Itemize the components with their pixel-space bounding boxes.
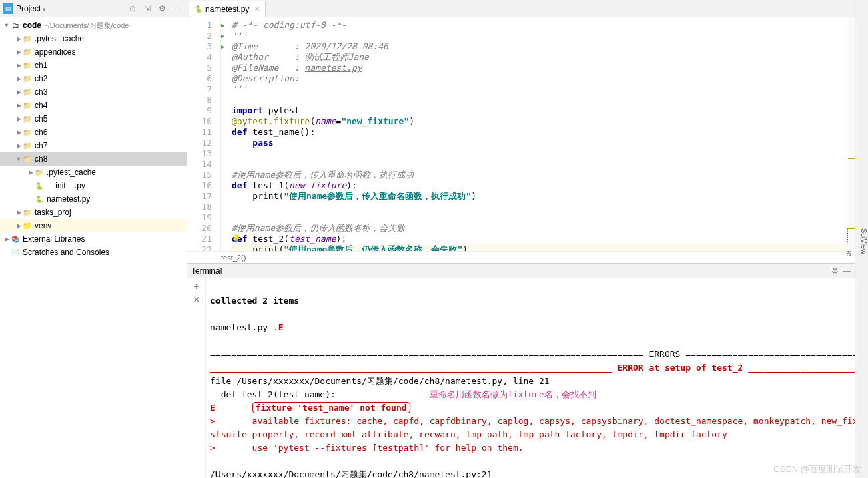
chevron-right-icon[interactable]: ▶ — [15, 62, 23, 69]
terminal-title[interactable]: Terminal — [191, 266, 222, 276]
tree-item[interactable]: ▶nametest.py — [0, 192, 187, 206]
code-line[interactable]: ''' — [232, 31, 855, 41]
gear-icon[interactable]: ⚙ — [831, 266, 839, 276]
run-gutter-icon[interactable]: ▶ — [221, 20, 228, 31]
project-tree[interactable]: ▼ code ~/Documents/习题集/code ▶.pytest_cac… — [0, 17, 187, 478]
code-line[interactable] — [232, 95, 855, 105]
terminal-output[interactable]: collected 2 items nametest.py .E [100%] … — [206, 278, 855, 478]
code-line[interactable] — [232, 212, 855, 223]
folder-icon — [23, 61, 32, 70]
expand-icon[interactable]: ⇲ — [141, 3, 153, 15]
collected-line: collected 2 items — [210, 296, 299, 306]
locate-icon[interactable]: ⊙ — [127, 3, 139, 15]
tree-label: ch3 — [35, 87, 47, 97]
tree-item[interactable]: ▶ch6 — [0, 126, 187, 139]
tree-item[interactable]: ▶.pytest_cache — [0, 166, 187, 179]
code-line[interactable]: import pytest — [232, 105, 855, 116]
chevron-right-icon[interactable]: ▶ — [15, 102, 23, 109]
tree-item[interactable]: ▶venv — [0, 219, 187, 232]
tree-item[interactable]: ▶ch2 — [0, 72, 187, 85]
chevron-right-icon[interactable]: ▶ — [15, 222, 23, 229]
code-line[interactable]: @Time : 2020/12/28 08:46 — [232, 41, 855, 52]
code-line[interactable]: print("使用name参数后，传入重命名函数，执行成功") — [232, 191, 855, 202]
chevron-right-icon[interactable]: ▶ — [15, 142, 23, 149]
tab-sciview[interactable]: SciView — [860, 226, 868, 257]
tree-item[interactable]: ▶.pytest_cache — [0, 32, 187, 45]
editor-tabs: 🐍 nametest.py ✕ — [187, 0, 855, 17]
run-gutter-icon[interactable]: ▶ — [221, 31, 228, 41]
tree-item[interactable]: ▶tasks_proj — [0, 206, 187, 219]
tree-label: ch2 — [35, 74, 47, 83]
folder-icon — [23, 221, 32, 230]
code-line[interactable]: def test_1(new_fixture): — [232, 180, 855, 191]
tree-item[interactable]: ▶ch5 — [0, 112, 187, 126]
chevron-right-icon[interactable]: ▶ — [3, 236, 11, 242]
chevron-right-icon[interactable]: ▶ — [15, 115, 23, 122]
tree-item[interactable]: ▶appendices — [0, 45, 187, 59]
tree-item[interactable]: ▶ch1 — [0, 59, 187, 72]
terminal-panel: Terminal ⚙ — + ✕ collected 2 items namet… — [187, 263, 855, 478]
root-name: code — [23, 21, 41, 30]
line-gutter: 12345678910111213141516171819202122 — [187, 17, 221, 251]
tree-label: .pytest_cache — [47, 168, 96, 177]
project-title[interactable]: Project — [16, 4, 46, 13]
tree-label: ch5 — [35, 114, 47, 124]
code-line[interactable]: print("使用name参数后，仍传入函数名称，会失败") — [232, 244, 855, 251]
code-line[interactable] — [232, 159, 855, 170]
tab-nametest[interactable]: 🐍 nametest.py ✕ — [189, 1, 266, 17]
breadcrumb[interactable]: test_2() — [187, 251, 855, 263]
chevron-right-icon[interactable]: ▶ — [15, 89, 23, 95]
tree-item[interactable]: ▶External Libraries — [0, 232, 187, 246]
tree-item[interactable]: ▶ch7 — [0, 139, 187, 152]
add-terminal-button[interactable]: + — [191, 281, 202, 292]
folder-icon — [23, 141, 32, 150]
intention-bulb-icon[interactable]: 💡 — [232, 234, 241, 244]
chevron-right-icon[interactable]: ▶ — [15, 129, 23, 136]
tree-item[interactable]: ▶Scratches and Consoles — [0, 246, 187, 259]
code-line[interactable]: @Author : 测试工程师Jane — [232, 52, 855, 63]
code-line[interactable]: ''' — [232, 84, 855, 95]
chevron-right-icon[interactable]: ▶ — [15, 49, 23, 55]
code-line[interactable]: #使用name参数后，仍传入函数名称，会失败 — [232, 223, 855, 234]
run-marks[interactable]: ▶▶▶ — [221, 17, 228, 251]
project-icon: ▤ — [3, 3, 13, 14]
hide-icon[interactable]: — — [171, 3, 183, 15]
code-editor[interactable]: 12345678910111213141516171819202122 ▶▶▶ … — [187, 17, 855, 251]
code-line[interactable]: #使用name参数后，传入重命名函数，执行成功 — [232, 170, 855, 180]
close-icon[interactable]: ✕ — [254, 5, 260, 13]
code-line[interactable]: # -*- coding:utf-8 -*- — [232, 20, 855, 31]
chevron-right-icon[interactable]: ▶ — [27, 169, 35, 176]
code-line[interactable]: 💡def test_2(test_name): — [232, 234, 855, 244]
code-line[interactable]: @pytest.fixture(name="new_fixture") — [232, 116, 855, 127]
chevron-right-icon[interactable]: ▶ — [15, 75, 23, 82]
tree-label: ch1 — [35, 61, 47, 70]
run-gutter-icon[interactable]: ▶ — [221, 41, 228, 52]
chevron-down-icon[interactable]: ▼ — [3, 22, 11, 29]
scratch-icon — [11, 248, 20, 257]
chevron-down-icon[interactable]: ▼ — [15, 156, 23, 162]
tree-item[interactable]: ▶__init__.py — [0, 179, 187, 192]
folder-icon — [35, 168, 44, 177]
chevron-right-icon[interactable]: ▶ — [15, 209, 23, 216]
code-line[interactable]: pass — [232, 138, 855, 148]
tree-label: nametest.py — [47, 194, 90, 204]
code-line[interactable]: @Description: — [232, 73, 855, 84]
code-line[interactable] — [232, 202, 855, 212]
chevron-right-icon[interactable]: ▶ — [15, 35, 23, 42]
tree-item[interactable]: ▶ch3 — [0, 85, 187, 99]
error-stripe[interactable] — [848, 17, 855, 251]
code-line[interactable] — [232, 148, 855, 159]
project-toolbar: ▤ Project ⊙ ⇲ ⚙ — — [0, 0, 187, 17]
root-path: ~/Documents/习题集/code — [43, 21, 129, 29]
gear-icon[interactable]: ⚙ — [156, 3, 168, 15]
code-line[interactable]: def test_name(): — [232, 127, 855, 138]
tree-label: External Libraries — [23, 234, 85, 244]
tree-item[interactable]: ▶ch4 — [0, 99, 187, 112]
hide-icon[interactable]: — — [843, 266, 851, 276]
code-line[interactable]: @FileName : nametest.py — [232, 63, 855, 73]
close-terminal-button[interactable]: ✕ — [191, 294, 202, 305]
tree-root[interactable]: ▼ code ~/Documents/习题集/code — [0, 19, 187, 32]
tree-item[interactable]: ▼ch8 — [0, 152, 187, 166]
python-file-icon: 🐍 — [195, 5, 203, 13]
folder-icon — [11, 21, 20, 30]
